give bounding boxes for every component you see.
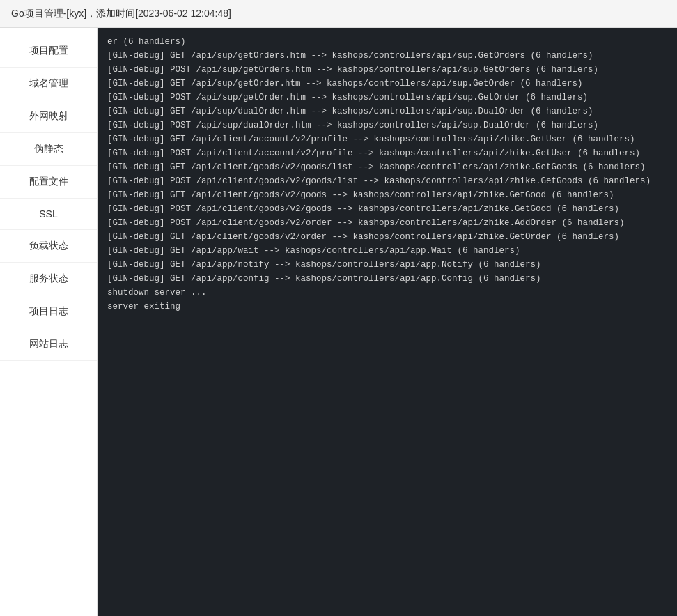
sidebar-item-website-log[interactable]: 网站日志 [0, 328, 97, 361]
sidebar-item-external-mapping[interactable]: 外网映射 [0, 100, 97, 133]
log-terminal[interactable]: er (6 handlers) [GIN-debug] GET /api/sup… [98, 28, 677, 616]
main-container: 项目配置 域名管理 外网映射 伪静态 配置文件 SSL 负载状态 服务状态 项目… [0, 28, 677, 616]
content-area: er (6 handlers) [GIN-debug] GET /api/sup… [98, 28, 677, 616]
sidebar-item-project-config[interactable]: 项目配置 [0, 35, 97, 68]
sidebar-item-load-status[interactable]: 负载状态 [0, 230, 97, 263]
title-bar: Go项目管理-[kyx]，添加时间[2023-06-02 12:04:48] [0, 0, 677, 28]
sidebar-item-pseudo-static[interactable]: 伪静态 [0, 133, 97, 166]
sidebar-item-domain[interactable]: 域名管理 [0, 68, 97, 100]
sidebar-item-project-log[interactable]: 项目日志 [0, 295, 97, 328]
sidebar: 项目配置 域名管理 外网映射 伪静态 配置文件 SSL 负载状态 服务状态 项目… [0, 28, 98, 616]
sidebar-item-ssl[interactable]: SSL [0, 199, 97, 230]
sidebar-item-config-file[interactable]: 配置文件 [0, 166, 97, 199]
sidebar-item-service-status[interactable]: 服务状态 [0, 263, 97, 295]
page-title: Go项目管理-[kyx]，添加时间[2023-06-02 12:04:48] [11, 8, 231, 20]
